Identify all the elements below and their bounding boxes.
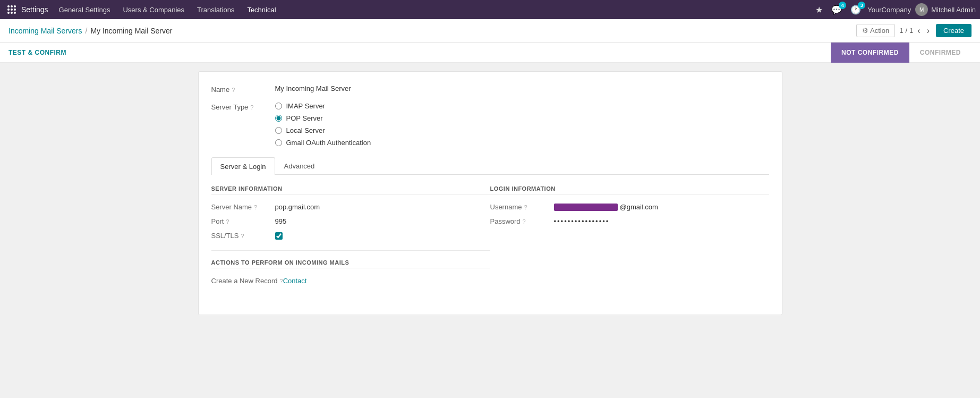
breadcrumb-separator: / (86, 27, 88, 35)
ssl-tls-checkbox-wrap (275, 232, 283, 240)
server-name-label: Server Name ? (211, 203, 275, 211)
login-info-title: LOGIN INFORMATION (490, 185, 769, 194)
server-type-radio-group: IMAP Server POP Server Local Server Gmai… (275, 102, 371, 147)
user-menu[interactable]: M Mitchell Admin (915, 3, 976, 16)
create-button[interactable]: Create (936, 24, 972, 37)
username-value: @gmail.com (554, 203, 658, 211)
clock-icon[interactable]: 🕐 3 (848, 4, 863, 16)
port-value: 995 (275, 217, 287, 225)
nav-item-general-settings[interactable]: General Settings (53, 0, 117, 19)
nav-item-translations[interactable]: Translations (191, 0, 241, 19)
pagination-next[interactable]: › (925, 26, 932, 36)
clock-badge: 3 (858, 2, 865, 9)
password-value: •••••••••••••••• (554, 217, 610, 225)
server-name-help[interactable]: ? (254, 204, 257, 210)
server-name-value: pop.gmail.com (275, 203, 320, 211)
tab-server-login[interactable]: Server & Login (211, 157, 275, 175)
pagination: 1 / 1 ‹ › (899, 26, 932, 36)
two-col-layout: SERVER INFORMATION Server Name ? pop.gma… (211, 185, 769, 291)
tab-advanced[interactable]: Advanced (275, 157, 324, 174)
name-help-icon[interactable]: ? (232, 87, 235, 93)
user-name: Mitchell Admin (931, 6, 976, 14)
star-icon[interactable]: ★ (813, 4, 825, 16)
username-suffix: @gmail.com (620, 203, 658, 211)
create-record-value[interactable]: Contact (283, 277, 307, 285)
status-stages: NOT CONFIRMED CONFIRMED (831, 43, 972, 63)
actions-divider (211, 250, 490, 251)
tab-content: SERVER INFORMATION Server Name ? pop.gma… (211, 175, 769, 302)
username-label: Username ? (490, 203, 554, 211)
chat-badge: 4 (839, 2, 846, 9)
server-info-title: SERVER INFORMATION (211, 185, 490, 194)
pagination-prev[interactable]: ‹ (915, 26, 922, 36)
server-info-col: SERVER INFORMATION Server Name ? pop.gma… (211, 185, 490, 291)
username-help[interactable]: ? (524, 204, 527, 210)
top-right-icons: ★ 💬 4 🕐 3 YourCompany M Mitchell Admin (813, 3, 976, 16)
stage-not-confirmed[interactable]: NOT CONFIRMED (831, 43, 909, 63)
breadcrumb-parent[interactable]: Incoming Mail Servers (8, 27, 82, 35)
stage-confirmed[interactable]: CONFIRMED (909, 43, 972, 63)
radio-gmail[interactable]: Gmail OAuth Authentication (275, 139, 371, 147)
actions-title: ACTIONS TO PERFORM ON INCOMING MAILS (211, 259, 490, 268)
company-name: YourCompany (867, 6, 911, 14)
main-nav: General Settings Users & Companies Trans… (53, 0, 283, 19)
port-label: Port ? (211, 217, 275, 225)
password-help[interactable]: ? (523, 218, 526, 225)
name-field-row: Name ? My Incoming Mail Server (211, 84, 769, 94)
create-record-row: Create a New Record ? Contact (211, 277, 490, 285)
port-row: Port ? 995 (211, 217, 490, 225)
action-bar: Incoming Mail Servers / My Incoming Mail… (0, 19, 980, 43)
server-type-field-row: Server Type ? IMAP Server POP Server Loc… (211, 102, 769, 147)
server-name-row: Server Name ? pop.gmail.com (211, 203, 490, 211)
server-type-help-icon[interactable]: ? (250, 104, 253, 111)
password-row: Password ? •••••••••••••••• (490, 217, 769, 225)
action-button[interactable]: ⚙ Action (856, 24, 895, 37)
username-row: Username ? @gmail.com (490, 203, 769, 211)
pagination-current: 1 (899, 27, 903, 35)
radio-local[interactable]: Local Server (275, 126, 371, 134)
nav-item-users-companies[interactable]: Users & Companies (116, 0, 191, 19)
pagination-sep: / (905, 27, 907, 35)
name-value: My Incoming Mail Server (275, 84, 351, 92)
status-bar: TEST & CONFIRM NOT CONFIRMED CONFIRMED (0, 43, 980, 63)
nav-item-technical[interactable]: Technical (241, 0, 282, 19)
ssl-tls-row: SSL/TLS ? (211, 232, 490, 240)
create-record-label: Create a New Record ? (211, 277, 283, 285)
username-bar (554, 204, 618, 211)
port-help[interactable]: ? (226, 218, 229, 225)
breadcrumb-current: My Incoming Mail Server (90, 27, 172, 35)
test-confirm-button[interactable]: TEST & CONFIRM (8, 47, 66, 58)
ssl-tls-checkbox[interactable] (275, 232, 283, 240)
chat-icon[interactable]: 💬 4 (829, 4, 844, 16)
main-content: Name ? My Incoming Mail Server Server Ty… (0, 63, 980, 324)
actions-section: ACTIONS TO PERFORM ON INCOMING MAILS Cre… (211, 250, 490, 285)
form-card: Name ? My Incoming Mail Server Server Ty… (198, 71, 782, 315)
radio-imap[interactable]: IMAP Server (275, 102, 371, 110)
apps-grid-icon[interactable] (4, 2, 19, 17)
ssl-tls-help[interactable]: ? (241, 233, 244, 239)
server-type-label: Server Type ? (211, 102, 275, 111)
form-tabs: Server & Login Advanced (211, 157, 769, 175)
user-avatar: M (915, 3, 928, 16)
radio-pop[interactable]: POP Server (275, 114, 371, 122)
name-label: Name ? (211, 84, 275, 94)
action-right: ⚙ Action 1 / 1 ‹ › Create (856, 24, 972, 37)
pagination-total: 1 (909, 27, 913, 35)
breadcrumb: Incoming Mail Servers / My Incoming Mail… (8, 27, 856, 35)
password-label: Password ? (490, 217, 554, 225)
app-name: Settings (21, 5, 48, 14)
login-info-col: LOGIN INFORMATION Username ? @gmail.com (490, 185, 769, 291)
top-navigation: Settings General Settings Users & Compan… (0, 0, 980, 19)
ssl-tls-label: SSL/TLS ? (211, 232, 275, 240)
